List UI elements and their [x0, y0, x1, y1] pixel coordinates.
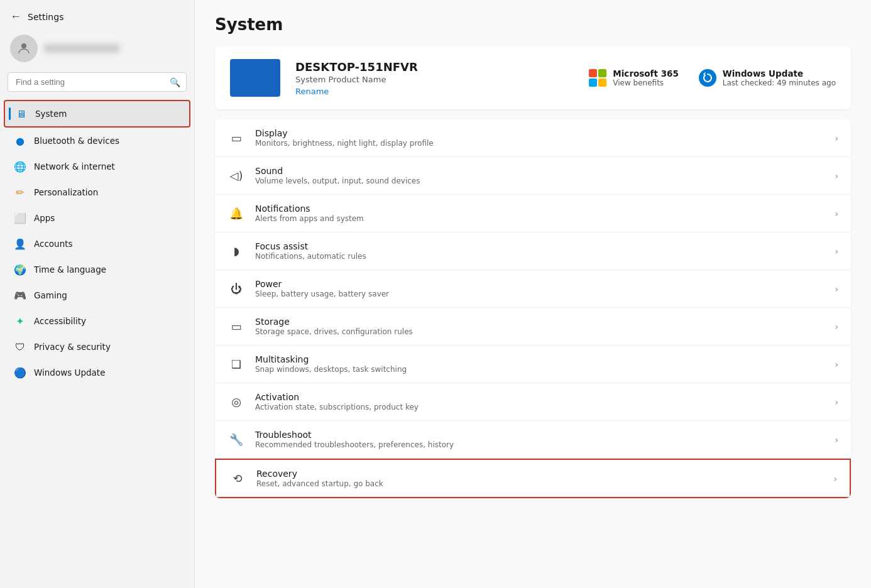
ms365-subtitle: View benefits: [613, 79, 679, 87]
windows-update-icon: [699, 69, 716, 87]
user-section: [0, 28, 194, 72]
search-box: 🔍: [8, 72, 187, 92]
troubleshoot-icon: 🔧: [227, 431, 245, 449]
recovery-name: Recovery: [256, 469, 823, 479]
sidebar-item-system[interactable]: 🖥System: [4, 100, 190, 128]
sound-chevron: ›: [835, 171, 838, 181]
search-input[interactable]: [8, 72, 187, 92]
rename-link[interactable]: Rename: [295, 87, 329, 96]
accounts-label: Accounts: [34, 239, 73, 249]
accessibility-icon: ✦: [14, 315, 26, 327]
privacy-label: Privacy & security: [34, 342, 111, 352]
system-icon: 🖥: [15, 107, 28, 120]
bluetooth-icon: ●: [14, 134, 26, 147]
storage-chevron: ›: [835, 322, 838, 332]
storage-icon: ▭: [227, 318, 245, 335]
activation-text: ActivationActivation state, subscription…: [255, 392, 824, 411]
sound-text: SoundVolume levels, output, input, sound…: [255, 166, 824, 185]
accounts-icon: 👤: [14, 237, 26, 250]
settings-item-notifications[interactable]: 🔔NotificationsAlerts from apps and syste…: [215, 195, 851, 232]
display-icon: ▭: [227, 129, 245, 147]
gaming-icon: 🎮: [14, 289, 26, 302]
display-desc: Monitors, brightness, night light, displ…: [255, 139, 824, 148]
apps-label: Apps: [34, 213, 55, 223]
multitasking-name: Multitasking: [255, 354, 824, 364]
network-label: Network & internet: [34, 161, 115, 172]
multitasking-desc: Snap windows, desktops, task switching: [255, 365, 824, 374]
windows-update-action[interactable]: Windows Update Last checked: 49 minutes …: [699, 68, 836, 87]
power-chevron: ›: [835, 284, 838, 294]
focus-assist-name: Focus assist: [255, 241, 824, 251]
windows-update-label: Windows Update: [34, 368, 105, 378]
settings-item-power[interactable]: ⏻PowerSleep, battery usage, battery save…: [215, 270, 851, 308]
focus-assist-desc: Notifications, automatic rules: [255, 252, 824, 261]
notifications-desc: Alerts from apps and system: [255, 214, 824, 223]
sidebar-item-network[interactable]: 🌐Network & internet: [4, 154, 190, 179]
settings-item-troubleshoot[interactable]: 🔧TroubleshootRecommended troubleshooters…: [215, 421, 851, 459]
time-icon: 🌍: [14, 263, 26, 276]
settings-list: ▭DisplayMonitors, brightness, night ligh…: [215, 119, 851, 498]
activation-desc: Activation state, subscriptions, product…: [255, 403, 824, 411]
gaming-label: Gaming: [34, 290, 67, 300]
sidebar-item-windows-update[interactable]: 🔵Windows Update: [4, 360, 190, 385]
notifications-chevron: ›: [835, 209, 838, 219]
power-name: Power: [255, 279, 824, 289]
activation-icon: ◎: [227, 393, 245, 411]
device-actions: Microsoft 365 View benefits Windows Upda…: [589, 68, 836, 87]
notifications-name: Notifications: [255, 204, 824, 214]
window-title: Settings: [28, 12, 63, 22]
troubleshoot-desc: Recommended troubleshooters, preferences…: [255, 440, 824, 449]
sidebar-item-personalization[interactable]: ✏Personalization: [4, 180, 190, 205]
wu-subtitle: Last checked: 49 minutes ago: [723, 79, 836, 87]
active-indicator: [9, 107, 11, 120]
privacy-icon: 🛡: [14, 340, 26, 353]
settings-item-multitasking[interactable]: ❏MultitaskingSnap windows, desktops, tas…: [215, 346, 851, 383]
troubleshoot-text: TroubleshootRecommended troubleshooters,…: [255, 430, 824, 449]
sidebar-item-bluetooth[interactable]: ●Bluetooth & devices: [4, 128, 190, 153]
multitasking-text: MultitaskingSnap windows, desktops, task…: [255, 354, 824, 374]
troubleshoot-name: Troubleshoot: [255, 430, 824, 440]
bluetooth-label: Bluetooth & devices: [34, 136, 119, 146]
sidebar-nav: 🖥System●Bluetooth & devices🌐Network & in…: [0, 99, 194, 386]
recovery-icon: ⟲: [229, 470, 246, 487]
sidebar-item-gaming[interactable]: 🎮Gaming: [4, 283, 190, 308]
personalization-label: Personalization: [34, 187, 98, 197]
troubleshoot-chevron: ›: [835, 435, 838, 445]
storage-desc: Storage space, drives, configuration rul…: [255, 327, 824, 336]
focus-assist-icon: ◗: [227, 242, 245, 260]
sound-name: Sound: [255, 166, 824, 176]
system-label: System: [35, 109, 67, 119]
display-text: DisplayMonitors, brightness, night light…: [255, 128, 824, 148]
back-button[interactable]: ←: [10, 10, 21, 23]
accessibility-label: Accessibility: [34, 316, 86, 326]
settings-item-display[interactable]: ▭DisplayMonitors, brightness, night ligh…: [215, 119, 851, 157]
settings-item-storage[interactable]: ▭StorageStorage space, drives, configura…: [215, 308, 851, 346]
sound-icon: ◁): [227, 167, 245, 185]
settings-item-sound[interactable]: ◁)SoundVolume levels, output, input, sou…: [215, 157, 851, 195]
power-text: PowerSleep, battery usage, battery saver: [255, 279, 824, 298]
wu-text: Windows Update Last checked: 49 minutes …: [723, 68, 836, 87]
sidebar-item-privacy[interactable]: 🛡Privacy & security: [4, 334, 190, 359]
network-icon: 🌐: [14, 160, 26, 173]
sidebar: ← Settings 🔍 🖥System●Bluetooth & devices…: [0, 0, 195, 588]
display-name: Display: [255, 128, 824, 138]
time-label: Time & language: [34, 264, 106, 275]
settings-item-recovery[interactable]: ⟲RecoveryReset, advanced startup, go bac…: [215, 459, 851, 498]
wu-title: Windows Update: [723, 68, 836, 79]
ms365-icon: [589, 69, 606, 87]
main-content: System DESKTOP-151NFVR System Product Na…: [195, 0, 871, 588]
device-info: DESKTOP-151NFVR System Product Name Rena…: [295, 60, 574, 96]
power-icon: ⏻: [227, 280, 245, 298]
display-chevron: ›: [835, 133, 838, 143]
sidebar-item-apps[interactable]: ⬜Apps: [4, 205, 190, 231]
settings-item-focus-assist[interactable]: ◗Focus assistNotifications, automatic ru…: [215, 232, 851, 270]
sound-desc: Volume levels, output, input, sound devi…: [255, 177, 824, 185]
sidebar-item-accessibility[interactable]: ✦Accessibility: [4, 308, 190, 334]
settings-item-activation[interactable]: ◎ActivationActivation state, subscriptio…: [215, 383, 851, 421]
ms365-action[interactable]: Microsoft 365 View benefits: [589, 68, 679, 87]
power-desc: Sleep, battery usage, battery saver: [255, 290, 824, 298]
ms365-title: Microsoft 365: [613, 68, 679, 79]
user-name: [44, 44, 119, 53]
sidebar-item-accounts[interactable]: 👤Accounts: [4, 231, 190, 256]
sidebar-item-time[interactable]: 🌍Time & language: [4, 257, 190, 282]
